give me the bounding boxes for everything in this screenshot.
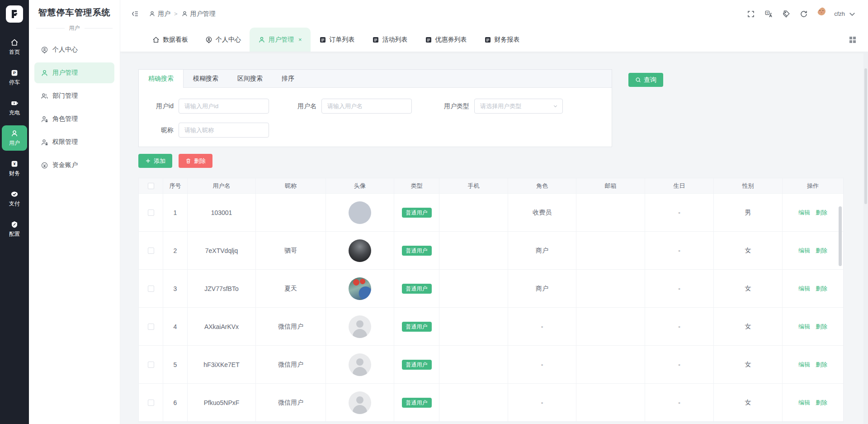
row-checkbox[interactable] — [148, 400, 154, 406]
tab-close-icon[interactable]: × — [298, 36, 302, 43]
edit-link[interactable]: 编辑 — [798, 361, 810, 369]
select-all-checkbox[interactable] — [148, 183, 154, 189]
primary-nav-user[interactable]: 用户 — [2, 125, 27, 151]
row-checkbox[interactable] — [148, 362, 154, 368]
breadcrumb-user[interactable]: 用户 — [149, 10, 170, 18]
sidebar-collapse-icon[interactable] — [131, 10, 139, 18]
col-actions: 操作 — [783, 178, 843, 194]
plus-icon — [145, 158, 151, 164]
username-input[interactable] — [321, 99, 412, 114]
user-type-select[interactable]: 请选择用户类型 — [474, 99, 563, 114]
search-tab-fuzzy[interactable]: 模糊搜索 — [184, 70, 228, 87]
tab-finance-report[interactable]: 财务报表 — [476, 28, 528, 52]
table-body: 1 103001 普通用户 收费员 - 男 编辑删除 2 — [139, 194, 843, 422]
sidebar-item-funds[interactable]: 资金账户 — [34, 155, 114, 176]
page-scrollbar[interactable] — [863, 52, 868, 424]
svg-text:文: 文 — [766, 11, 769, 14]
person-lock-icon — [41, 115, 48, 123]
edit-link[interactable]: 编辑 — [798, 247, 810, 255]
row-checkbox[interactable] — [148, 210, 154, 216]
translate-icon[interactable]: 文 — [764, 10, 773, 18]
primary-nav-charging[interactable]: 充电 — [2, 95, 27, 120]
row-checkbox[interactable] — [148, 324, 154, 330]
col-nickname: 昵称 — [256, 178, 326, 194]
refresh-icon[interactable] — [800, 10, 808, 18]
delete-link[interactable]: 删除 — [816, 323, 827, 331]
delete-link[interactable]: 删除 — [816, 361, 827, 369]
sidebar-item-label: 个人中心 — [52, 46, 78, 54]
scrollbar-thumb[interactable] — [864, 68, 867, 204]
edit-link[interactable]: 编辑 — [798, 323, 810, 331]
user-icon — [258, 36, 265, 43]
primary-nav-payment[interactable]: 支付 — [2, 186, 27, 211]
user-type-badge: 普通用户 — [402, 398, 432, 408]
user-avatar — [349, 353, 371, 376]
tab-orders[interactable]: 订单列表 — [311, 28, 363, 52]
query-button[interactable]: 查询 — [628, 73, 663, 87]
primary-nav-finance[interactable]: ¥ 财务 — [2, 156, 27, 181]
user-avatar — [349, 239, 371, 262]
user-avatar — [349, 201, 371, 224]
tab-options-icon[interactable] — [849, 36, 856, 43]
list-square-icon — [319, 36, 326, 43]
delete-button[interactable]: 删除 — [179, 154, 212, 168]
sidebar-item-user-management[interactable]: 用户管理 — [34, 62, 114, 83]
edit-link[interactable]: 编辑 — [798, 209, 810, 217]
col-type: 类型 — [394, 178, 439, 194]
svg-text:P: P — [13, 71, 16, 75]
trash-icon — [185, 158, 191, 164]
nickname-input[interactable] — [179, 123, 269, 138]
user-id-input[interactable] — [179, 99, 269, 114]
search-tab-sort[interactable]: 排序 — [272, 70, 304, 87]
sidebar-item-profile[interactable]: 个人中心 — [34, 39, 114, 60]
primary-nav-home[interactable]: 首页 — [2, 34, 27, 60]
search-tab-range[interactable]: 区间搜索 — [228, 70, 272, 87]
finance-icon: ¥ — [10, 160, 19, 168]
sidebar-item-department[interactable]: 部门管理 — [34, 86, 114, 106]
sidebar-item-role[interactable]: 角色管理 — [34, 109, 114, 129]
sidebar-item-label: 资金账户 — [52, 161, 78, 169]
people-icon — [41, 92, 48, 100]
fullscreen-icon[interactable] — [747, 10, 755, 18]
sidebar-item-label: 部门管理 — [52, 92, 78, 100]
user-menu[interactable]: cfzh — [817, 7, 856, 21]
tab-user-management[interactable]: 用户管理 × — [250, 28, 311, 52]
chevron-down-icon — [848, 10, 856, 18]
edit-link[interactable]: 编辑 — [798, 285, 810, 293]
edit-link[interactable]: 编辑 — [798, 399, 810, 407]
user-avatar — [349, 391, 371, 414]
primary-nav-label: 支付 — [9, 200, 20, 208]
chevron-down-icon — [553, 104, 558, 109]
primary-nav-label: 配置 — [9, 230, 20, 238]
user-type-badge: 普通用户 — [402, 246, 432, 256]
tab-activities[interactable]: 活动列表 — [363, 28, 416, 52]
tab-dashboard[interactable]: 数据看板 — [144, 28, 197, 52]
delete-link[interactable]: 删除 — [816, 285, 827, 293]
list-square-icon — [372, 36, 379, 43]
tab-coupons[interactable]: 优惠券列表 — [416, 28, 476, 52]
delete-link[interactable]: 删除 — [816, 247, 827, 255]
person-lock-icon — [41, 138, 48, 146]
search-tabs: 精确搜索 模糊搜索 区间搜索 排序 — [139, 70, 612, 88]
primary-nav-config[interactable]: 配置 — [2, 216, 27, 242]
tab-profile[interactable]: 个人中心 — [197, 28, 250, 52]
app-logo[interactable] — [6, 5, 23, 23]
user-type-badge: 普通用户 — [402, 208, 432, 218]
delete-link[interactable]: 删除 — [816, 399, 827, 407]
tags-icon[interactable] — [782, 10, 790, 18]
add-button[interactable]: 添加 — [138, 154, 172, 168]
primary-nav-label: 首页 — [9, 48, 20, 56]
sidebar-item-permission[interactable]: 权限管理 — [34, 132, 114, 152]
table-row: 6 Pfkuo5NPxF 微信用户 普通用户 - - 女 编辑删除 — [139, 384, 843, 422]
row-checkbox[interactable] — [148, 286, 154, 292]
sidebar-item-label: 用户管理 — [52, 69, 78, 77]
content-area: 精确搜索 模糊搜索 区间搜索 排序 用户id 用户名 — [120, 52, 868, 424]
table-scrollbar[interactable] — [839, 206, 842, 266]
search-tab-exact[interactable]: 精确搜索 — [139, 70, 184, 88]
svg-text:¥: ¥ — [13, 162, 15, 166]
user-type-badge: 普通用户 — [402, 360, 432, 370]
row-checkbox[interactable] — [148, 248, 154, 254]
delete-link[interactable]: 删除 — [816, 209, 827, 217]
breadcrumb-user-management[interactable]: 用户管理 — [181, 10, 216, 18]
primary-nav-parking[interactable]: P 停车 — [2, 65, 27, 90]
